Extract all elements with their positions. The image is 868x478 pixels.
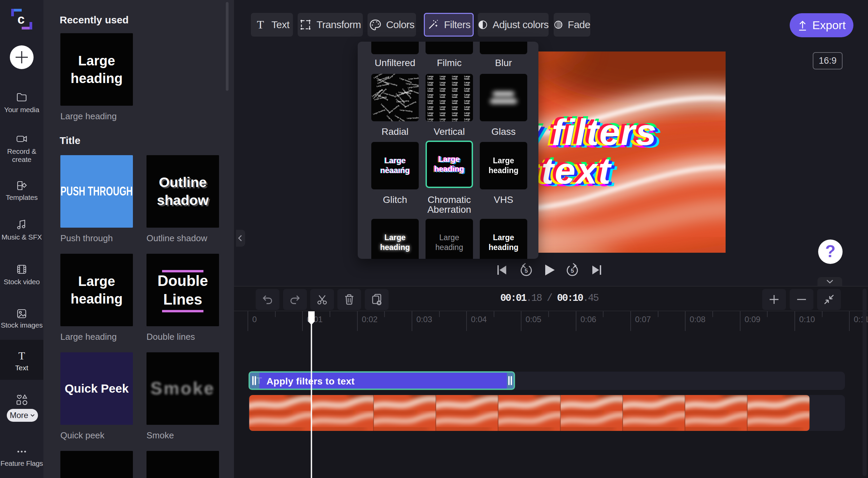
svg-text:head.: head. (428, 78, 433, 80)
svg-text:head.: head. (464, 84, 470, 86)
svg-text:head.: head. (452, 108, 458, 110)
svg-text:head.: head. (440, 108, 446, 110)
svg-text:head.: head. (452, 96, 458, 98)
svg-text:head.: head. (464, 78, 470, 80)
svg-text:Large heading: Large heading (400, 109, 413, 112)
svg-text:head.: head. (452, 90, 458, 92)
svg-text:head.: head. (428, 90, 433, 92)
svg-text:Large heading: Large heading (408, 85, 419, 89)
svg-text:T: T (18, 350, 25, 362)
svg-text:head.: head. (428, 96, 433, 98)
svg-text:head.: head. (464, 114, 470, 117)
svg-text:5: 5 (525, 268, 528, 274)
svg-text:head.: head. (428, 114, 433, 117)
svg-text:head.: head. (464, 108, 470, 110)
svg-text:head.: head. (440, 114, 446, 117)
svg-text:T: T (257, 19, 264, 31)
svg-text:Large heading: Large heading (408, 77, 419, 80)
svg-text:head.: head. (428, 102, 433, 104)
svg-text:head.: head. (452, 114, 458, 117)
svg-text:5: 5 (571, 268, 574, 274)
svg-text:head.: head. (428, 120, 433, 121)
svg-text:head.: head. (452, 84, 458, 86)
svg-text:head.: head. (452, 120, 458, 121)
svg-text:Large heading: Large heading (373, 109, 385, 115)
svg-text:head.: head. (440, 90, 446, 92)
svg-text:head.: head. (440, 78, 446, 80)
svg-text:head.: head. (428, 84, 433, 86)
svg-text:head.: head. (440, 120, 446, 121)
svg-text:c: c (17, 12, 24, 26)
svg-text:head.: head. (440, 96, 446, 98)
svg-text:head.: head. (428, 108, 433, 110)
svg-text:Large heading: Large heading (389, 74, 399, 79)
svg-text:Large heading: Large heading (380, 103, 391, 113)
svg-text:Large heading: Large heading (396, 100, 409, 103)
svg-text:head.: head. (464, 96, 470, 98)
svg-text:head.: head. (464, 90, 470, 92)
svg-text:Large heading: Large heading (407, 117, 419, 119)
svg-text:head.: head. (452, 102, 458, 104)
svg-text:head.: head. (464, 120, 470, 121)
svg-text:head.: head. (464, 102, 470, 104)
svg-text:head.: head. (440, 102, 446, 104)
svg-text:head.: head. (452, 78, 458, 80)
svg-text:head.: head. (440, 84, 446, 86)
